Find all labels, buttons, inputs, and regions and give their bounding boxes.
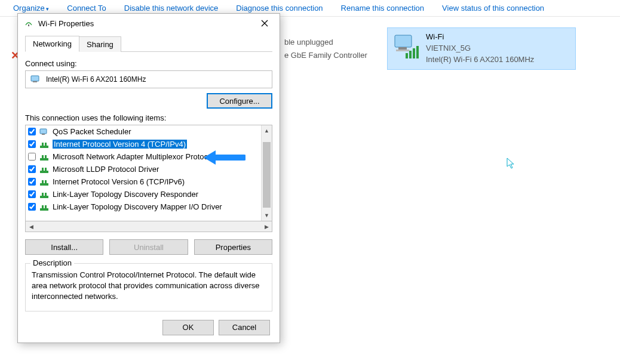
ethernet-status-partial: ble unplugged — [284, 36, 367, 49]
rename-button[interactable]: Rename this connection — [333, 1, 432, 15]
svg-rect-20 — [45, 168, 47, 171]
item-label: QoS Packet Scheduler — [53, 127, 131, 136]
uninstall-button: Uninstall — [109, 239, 188, 255]
item-label: Link-Layer Topology Discovery Mapper I/O… — [53, 202, 222, 211]
cancel-button[interactable]: Cancel — [219, 320, 270, 335]
scroll-right-icon[interactable]: ▶ — [261, 221, 272, 232]
item-checkbox[interactable] — [28, 140, 36, 148]
wifi-small-icon — [24, 18, 33, 29]
network-items-list[interactable]: QoS Packet SchedulerInternet Protocol Ve… — [25, 125, 272, 221]
svg-rect-18 — [40, 171, 48, 173]
wifi-adapter-icon — [391, 32, 420, 60]
svg-rect-11 — [42, 134, 45, 135]
adapter-name: Intel(R) Wi-Fi 6 AX201 160MHz — [46, 75, 146, 84]
item-label: Microsoft LLDP Protocol Driver — [53, 165, 159, 174]
tab-strip: Networking Sharing — [25, 35, 272, 52]
protocol-icon — [39, 165, 49, 174]
close-button[interactable] — [256, 16, 274, 30]
scroll-left-icon[interactable]: ◀ — [26, 221, 36, 232]
svg-rect-1 — [398, 47, 407, 50]
svg-rect-29 — [45, 205, 47, 209]
svg-rect-2 — [396, 50, 409, 51]
item-checkbox[interactable] — [28, 203, 36, 211]
wifi-tile-ssid: VIETNIX_5G — [426, 43, 534, 54]
configure-button[interactable]: Configure... — [207, 93, 272, 109]
protocol-icon — [39, 203, 49, 211]
svg-rect-5 — [413, 48, 415, 58]
item-label: Internet Protocol Version 6 (TCP/IPv6) — [53, 177, 185, 186]
svg-rect-15 — [40, 158, 48, 161]
network-item-row[interactable]: QoS Packet Scheduler — [26, 125, 261, 138]
svg-rect-16 — [42, 155, 44, 159]
description-text: Transmission Control Protocol/Internet P… — [32, 270, 266, 303]
items-vertical-scrollbar[interactable]: ▲ ▼ — [261, 125, 272, 221]
description-group: Description Transmission Control Protoco… — [25, 263, 272, 311]
item-checkbox[interactable] — [28, 128, 36, 135]
svg-rect-24 — [40, 196, 48, 198]
svg-rect-8 — [31, 76, 39, 81]
svg-rect-26 — [45, 193, 47, 196]
svg-rect-0 — [395, 35, 412, 47]
wifi-tile-adapter: Intel(R) Wi-Fi 6 AX201 160MHz — [426, 54, 534, 66]
item-label: Internet Protocol Version 4 (TCP/IPv4) — [53, 140, 187, 149]
network-item-row[interactable]: Microsoft Network Adapter Multiplexor Pr… — [26, 150, 261, 163]
svg-rect-25 — [42, 193, 44, 196]
connect-using-label: Connect using: — [25, 59, 272, 68]
dialog-title: Wi-Fi Properties — [38, 19, 94, 28]
svg-rect-3 — [406, 53, 408, 58]
ethernet-tile-partial: ble unplugged e GbE Family Controller — [284, 36, 367, 62]
protocol-icon — [39, 190, 49, 199]
item-checkbox[interactable] — [28, 165, 36, 173]
item-label: Microsoft Network Adapter Multiplexor Pr… — [53, 152, 214, 161]
tab-sharing[interactable]: Sharing — [79, 36, 121, 52]
item-label: Link-Layer Topology Discovery Responder — [53, 190, 198, 199]
svg-rect-9 — [33, 81, 37, 82]
network-item-row[interactable]: Link-Layer Topology Discovery Responder — [26, 188, 261, 200]
svg-rect-13 — [42, 143, 44, 146]
tab-networking[interactable]: Networking — [25, 36, 79, 52]
scroll-down-icon[interactable]: ▼ — [262, 210, 272, 221]
network-item-row[interactable]: Internet Protocol Version 6 (TCP/IPv6) — [26, 175, 261, 188]
network-item-row[interactable]: Microsoft LLDP Protocol Driver — [26, 163, 261, 175]
svg-rect-19 — [42, 168, 44, 171]
svg-rect-27 — [40, 208, 48, 211]
service-icon — [39, 128, 49, 136]
protocol-icon — [39, 140, 49, 149]
view-status-button[interactable]: View status of this connection — [434, 1, 553, 15]
protocol-icon — [39, 153, 49, 161]
item-checkbox[interactable] — [28, 153, 36, 161]
svg-rect-28 — [42, 205, 44, 209]
wifi-connection-tile[interactable]: Wi-Fi VIETNIX_5G Intel(R) Wi-Fi 6 AX201 … — [387, 27, 576, 70]
ok-button[interactable]: OK — [162, 320, 214, 335]
mouse-cursor-icon — [507, 158, 516, 171]
item-checkbox[interactable] — [28, 190, 36, 198]
svg-rect-6 — [416, 46, 419, 58]
svg-rect-21 — [40, 183, 48, 186]
properties-button[interactable]: Properties — [194, 239, 272, 255]
svg-rect-17 — [45, 155, 47, 159]
svg-rect-12 — [40, 146, 48, 148]
svg-rect-7 — [28, 24, 29, 26]
svg-rect-22 — [42, 180, 44, 184]
wifi-properties-dialog: Wi-Fi Properties Networking Sharing Conn… — [17, 13, 280, 343]
network-item-row[interactable]: Link-Layer Topology Discovery Mapper I/O… — [26, 200, 261, 213]
svg-rect-4 — [409, 51, 412, 58]
network-item-row[interactable]: Internet Protocol Version 4 (TCP/IPv4) — [26, 138, 261, 150]
svg-rect-23 — [45, 180, 47, 184]
wifi-tile-title: Wi-Fi — [426, 32, 534, 43]
svg-rect-14 — [45, 143, 47, 146]
adapter-display[interactable]: Intel(R) Wi-Fi 6 AX201 160MHz — [25, 70, 272, 88]
item-checkbox[interactable] — [28, 178, 36, 186]
description-legend: Description — [30, 258, 74, 267]
protocol-icon — [39, 178, 49, 186]
items-horizontal-scrollbar[interactable]: ◀ ▶ — [25, 221, 272, 232]
ethernet-adapter-partial: e GbE Family Controller — [284, 49, 367, 62]
scroll-up-icon[interactable]: ▲ — [262, 125, 272, 136]
install-button[interactable]: Install... — [25, 239, 103, 255]
items-label: This connection uses the following items… — [25, 113, 272, 122]
svg-rect-10 — [40, 129, 47, 134]
scroll-thumb[interactable] — [263, 142, 271, 208]
adapter-icon — [30, 75, 41, 84]
dialog-titlebar[interactable]: Wi-Fi Properties — [18, 14, 280, 33]
